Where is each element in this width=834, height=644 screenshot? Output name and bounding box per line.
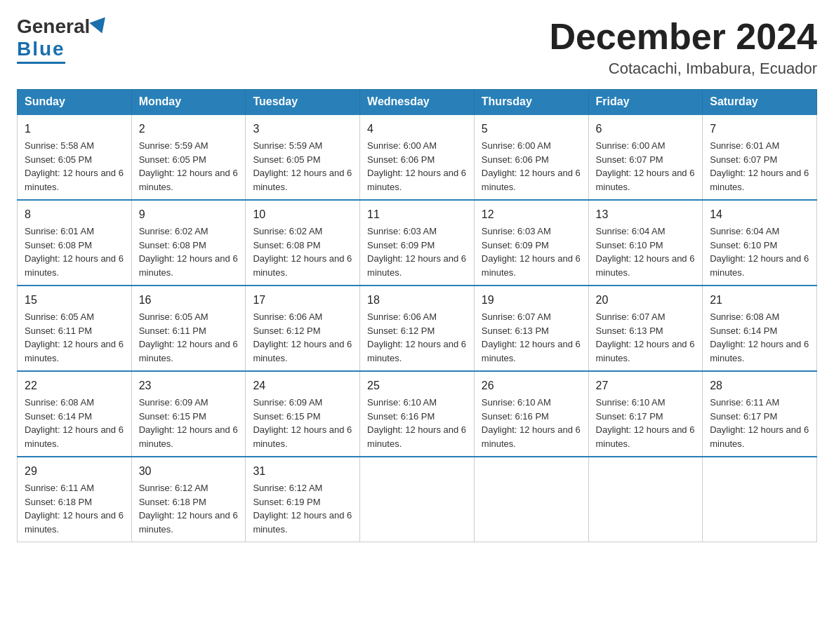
calendar-header-row: SundayMondayTuesdayWednesdayThursdayFrid… — [18, 90, 817, 115]
day-info: Sunrise: 5:59 AMSunset: 6:05 PMDaylight:… — [139, 140, 238, 192]
calendar-cell — [588, 457, 703, 542]
calendar-cell: 21Sunrise: 6:08 AMSunset: 6:14 PMDayligh… — [703, 286, 817, 371]
day-number: 3 — [253, 121, 352, 137]
day-number: 18 — [367, 292, 467, 309]
calendar-week-row: 8Sunrise: 6:01 AMSunset: 6:08 PMDaylight… — [18, 200, 817, 286]
calendar-cell: 25Sunrise: 6:10 AMSunset: 6:16 PMDayligh… — [360, 371, 475, 457]
day-number: 7 — [710, 121, 809, 137]
day-info: Sunrise: 6:12 AMSunset: 6:19 PMDaylight:… — [253, 483, 352, 535]
calendar-cell: 13Sunrise: 6:04 AMSunset: 6:10 PMDayligh… — [588, 200, 703, 286]
day-number: 5 — [482, 121, 581, 137]
day-number: 14 — [710, 206, 809, 223]
calendar-cell: 1Sunrise: 5:58 AMSunset: 6:05 PMDaylight… — [18, 114, 132, 200]
day-number: 22 — [25, 377, 124, 394]
col-header-sunday: Sunday — [18, 90, 132, 115]
calendar-week-row: 29Sunrise: 6:11 AMSunset: 6:18 PMDayligh… — [18, 457, 817, 542]
day-info: Sunrise: 6:00 AMSunset: 6:06 PMDaylight:… — [367, 140, 466, 192]
calendar-cell: 7Sunrise: 6:01 AMSunset: 6:07 PMDaylight… — [703, 114, 817, 200]
logo-general-text: General — [17, 17, 90, 36]
month-title: December 2024 — [549, 17, 817, 57]
day-info: Sunrise: 6:01 AMSunset: 6:08 PMDaylight:… — [25, 226, 124, 278]
day-info: Sunrise: 6:05 AMSunset: 6:11 PMDaylight:… — [139, 311, 238, 363]
day-number: 24 — [253, 377, 352, 394]
calendar-cell: 30Sunrise: 6:12 AMSunset: 6:18 PMDayligh… — [131, 457, 246, 542]
calendar-cell: 26Sunrise: 6:10 AMSunset: 6:16 PMDayligh… — [474, 371, 588, 457]
day-number: 23 — [139, 377, 239, 394]
calendar-cell: 8Sunrise: 6:01 AMSunset: 6:08 PMDaylight… — [18, 200, 132, 286]
day-number: 21 — [710, 292, 809, 309]
day-info: Sunrise: 6:00 AMSunset: 6:06 PMDaylight:… — [482, 140, 581, 192]
day-number: 9 — [139, 206, 239, 223]
calendar-cell: 28Sunrise: 6:11 AMSunset: 6:17 PMDayligh… — [703, 371, 817, 457]
logo: General Blue — [17, 17, 108, 64]
day-number: 6 — [596, 121, 696, 137]
calendar-cell: 23Sunrise: 6:09 AMSunset: 6:15 PMDayligh… — [131, 371, 246, 457]
day-info: Sunrise: 6:07 AMSunset: 6:13 PMDaylight:… — [482, 311, 581, 363]
day-number: 11 — [367, 206, 467, 223]
day-number: 29 — [25, 463, 124, 480]
calendar-cell: 31Sunrise: 6:12 AMSunset: 6:19 PMDayligh… — [246, 457, 360, 542]
day-number: 4 — [367, 121, 467, 137]
day-info: Sunrise: 6:08 AMSunset: 6:14 PMDaylight:… — [710, 311, 809, 363]
col-header-friday: Friday — [588, 90, 703, 115]
day-info: Sunrise: 6:04 AMSunset: 6:10 PMDaylight:… — [596, 226, 695, 278]
calendar-cell: 16Sunrise: 6:05 AMSunset: 6:11 PMDayligh… — [131, 286, 246, 371]
day-number: 1 — [25, 121, 124, 137]
logo-blue-text: Blue — [17, 38, 65, 64]
day-number: 15 — [25, 292, 124, 309]
col-header-saturday: Saturday — [703, 90, 817, 115]
calendar-table: SundayMondayTuesdayWednesdayThursdayFrid… — [17, 89, 817, 542]
day-info: Sunrise: 6:02 AMSunset: 6:08 PMDaylight:… — [253, 226, 352, 278]
day-info: Sunrise: 6:10 AMSunset: 6:16 PMDaylight:… — [482, 397, 581, 449]
title-area: December 2024 Cotacachi, Imbabura, Ecuad… — [549, 17, 817, 78]
day-info: Sunrise: 6:11 AMSunset: 6:17 PMDaylight:… — [710, 397, 809, 449]
day-number: 2 — [139, 121, 239, 137]
day-info: Sunrise: 5:58 AMSunset: 6:05 PMDaylight:… — [25, 140, 124, 192]
calendar-cell: 22Sunrise: 6:08 AMSunset: 6:14 PMDayligh… — [18, 371, 132, 457]
location-title: Cotacachi, Imbabura, Ecuador — [549, 60, 817, 78]
calendar-cell — [703, 457, 817, 542]
calendar-week-row: 15Sunrise: 6:05 AMSunset: 6:11 PMDayligh… — [18, 286, 817, 371]
col-header-wednesday: Wednesday — [360, 90, 475, 115]
calendar-cell: 19Sunrise: 6:07 AMSunset: 6:13 PMDayligh… — [474, 286, 588, 371]
calendar-cell: 11Sunrise: 6:03 AMSunset: 6:09 PMDayligh… — [360, 200, 475, 286]
day-info: Sunrise: 6:11 AMSunset: 6:18 PMDaylight:… — [25, 483, 124, 535]
day-number: 8 — [25, 206, 124, 223]
day-info: Sunrise: 6:06 AMSunset: 6:12 PMDaylight:… — [367, 311, 466, 363]
calendar-cell: 20Sunrise: 6:07 AMSunset: 6:13 PMDayligh… — [588, 286, 703, 371]
calendar-cell: 15Sunrise: 6:05 AMSunset: 6:11 PMDayligh… — [18, 286, 132, 371]
day-number: 10 — [253, 206, 352, 223]
day-number: 12 — [482, 206, 581, 223]
day-info: Sunrise: 6:02 AMSunset: 6:08 PMDaylight:… — [139, 226, 238, 278]
calendar-cell: 12Sunrise: 6:03 AMSunset: 6:09 PMDayligh… — [474, 200, 588, 286]
page-header: General Blue December 2024 Cotacachi, Im… — [17, 17, 817, 78]
day-info: Sunrise: 6:10 AMSunset: 6:17 PMDaylight:… — [596, 397, 695, 449]
calendar-cell: 5Sunrise: 6:00 AMSunset: 6:06 PMDaylight… — [474, 114, 588, 200]
day-info: Sunrise: 6:00 AMSunset: 6:07 PMDaylight:… — [596, 140, 695, 192]
day-info: Sunrise: 6:03 AMSunset: 6:09 PMDaylight:… — [367, 226, 466, 278]
calendar-cell: 24Sunrise: 6:09 AMSunset: 6:15 PMDayligh… — [246, 371, 360, 457]
day-info: Sunrise: 6:10 AMSunset: 6:16 PMDaylight:… — [367, 397, 466, 449]
calendar-cell — [474, 457, 588, 542]
calendar-cell: 29Sunrise: 6:11 AMSunset: 6:18 PMDayligh… — [18, 457, 132, 542]
col-header-monday: Monday — [131, 90, 246, 115]
col-header-thursday: Thursday — [474, 90, 588, 115]
day-number: 16 — [139, 292, 239, 309]
calendar-cell: 3Sunrise: 5:59 AMSunset: 6:05 PMDaylight… — [246, 114, 360, 200]
calendar-cell: 9Sunrise: 6:02 AMSunset: 6:08 PMDaylight… — [131, 200, 246, 286]
day-info: Sunrise: 6:05 AMSunset: 6:11 PMDaylight:… — [25, 311, 124, 363]
day-info: Sunrise: 6:01 AMSunset: 6:07 PMDaylight:… — [710, 140, 809, 192]
logo-triangle-icon — [90, 17, 110, 36]
day-number: 25 — [367, 377, 467, 394]
calendar-cell: 18Sunrise: 6:06 AMSunset: 6:12 PMDayligh… — [360, 286, 475, 371]
day-info: Sunrise: 6:06 AMSunset: 6:12 PMDaylight:… — [253, 311, 352, 363]
calendar-cell — [360, 457, 475, 542]
calendar-cell: 27Sunrise: 6:10 AMSunset: 6:17 PMDayligh… — [588, 371, 703, 457]
calendar-cell: 2Sunrise: 5:59 AMSunset: 6:05 PMDaylight… — [131, 114, 246, 200]
calendar-cell: 14Sunrise: 6:04 AMSunset: 6:10 PMDayligh… — [703, 200, 817, 286]
col-header-tuesday: Tuesday — [246, 90, 360, 115]
day-number: 28 — [710, 377, 809, 394]
day-number: 13 — [596, 206, 696, 223]
day-number: 20 — [596, 292, 696, 309]
day-number: 31 — [253, 463, 352, 480]
